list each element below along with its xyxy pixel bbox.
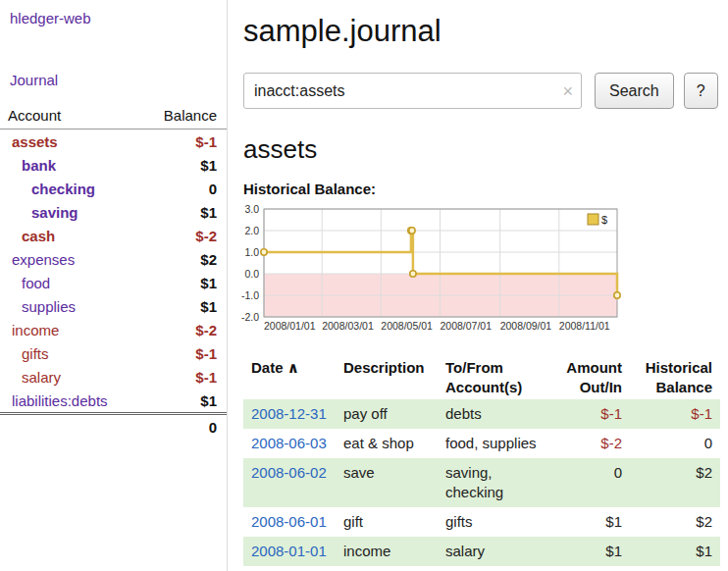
svg-text:2008/07/01: 2008/07/01 [441,320,493,332]
account-link[interactable]: bank [22,156,56,175]
accounts-header-balance: Balance [140,104,227,130]
account-link[interactable]: cash [22,227,55,245]
account-name-cell: checking [0,177,140,200]
account-link[interactable]: liabilities:debts [12,391,108,410]
register-description-cell: income [336,537,438,566]
account-link[interactable]: gifts [22,344,49,363]
account-name-cell: gifts [0,341,140,365]
register-accounts-cell: debts [438,399,547,429]
account-row: saving$1 [0,200,227,224]
register-accounts-cell: salary [438,537,547,566]
account-row: liabilities:debts$1 [0,389,227,414]
accounts-total-spacer [0,414,140,440]
register-row: 2008-06-02savesaving, checking0$2 [243,458,720,507]
balance-chart: 3.02.01.00.0-1.0-2.02008/01/012008/03/01… [236,201,720,344]
search-input[interactable] [243,73,582,109]
account-name-cell: salary [0,365,140,389]
accounts-total-balance: 0 [140,414,227,440]
accounts-table: Account Balance assets$-1bank$1checking0… [0,104,227,440]
account-balance: $2 [140,247,227,271]
transaction-date-link[interactable]: 2008-06-02 [251,464,327,481]
account-balance: $-2 [140,224,227,247]
register-row: 2008-06-01giftgifts$1$2 [243,507,720,537]
register-balance-cell: $-1 [630,399,720,429]
register-header-balance: Historical Balance [630,356,720,399]
account-name-cell: cash [0,224,140,247]
account-link[interactable]: saving [31,203,78,222]
transaction-date-link[interactable]: 2008-12-31 [251,405,327,422]
transaction-date-link[interactable]: 2008-01-01 [251,543,327,559]
search-button[interactable]: Search [595,73,674,109]
account-link[interactable]: assets [12,132,58,151]
svg-text:3.0: 3.0 [244,203,259,215]
register-header-accounts: To/From Account(s) [438,356,547,399]
account-row: supplies$1 [0,294,227,318]
hledger-web-app: hledger-web Journal Account Balance asse… [0,0,728,571]
chart-svg: 3.02.01.00.0-1.0-2.02008/01/012008/03/01… [236,201,625,340]
brand-link[interactable]: hledger-web [10,10,227,26]
account-row: cash$-2 [0,224,227,247]
svg-text:$: $ [601,214,607,226]
account-link[interactable]: income [12,321,59,339]
account-balance: 0 [140,177,227,200]
sidebar-item-journal[interactable]: Journal [10,72,227,88]
register-amount-cell: $-2 [547,429,630,458]
register-header-description: Description [336,356,438,399]
svg-text:2008/09/01: 2008/09/01 [500,320,552,332]
accounts-header-account: Account [0,104,140,130]
account-row: income$-2 [0,318,227,341]
account-balance: $1 [140,271,227,294]
account-row: checking0 [0,177,227,200]
transaction-date-link[interactable]: 2008-06-03 [251,435,327,451]
account-name-cell: income [0,318,140,341]
account-link[interactable]: expenses [12,250,75,269]
account-link[interactable]: salary [22,368,61,387]
account-balance: $1 [140,200,227,224]
register-date-cell: 2008-06-03 [243,429,336,458]
accounts-total-row: 0 [0,414,227,440]
account-balance: $1 [140,389,227,414]
register-description-cell: eat & shop [336,429,438,458]
account-balance: $1 [140,294,227,318]
account-link[interactable]: checking [31,180,95,198]
svg-text:-2.0: -2.0 [241,311,259,323]
svg-text:1.0: 1.0 [244,246,259,258]
account-balance: $-1 [140,365,227,389]
svg-text:2008/03/01: 2008/03/01 [322,320,374,332]
search-form: × Search ? [243,73,720,109]
account-link[interactable]: food [22,274,50,292]
accounts-header-row: Account Balance [0,104,227,130]
sidebar: hledger-web Journal Account Balance asse… [0,0,228,571]
account-row: expenses$2 [0,247,227,271]
register-accounts-cell: gifts [438,507,547,537]
transaction-date-link[interactable]: 2008-06-01 [251,513,327,530]
account-balance: $-2 [140,318,227,341]
help-button[interactable]: ? [684,73,718,109]
account-row: salary$-1 [0,365,227,389]
clear-search-icon[interactable]: × [562,82,573,100]
register-date-cell: 2008-01-01 [243,537,336,566]
account-heading: assets [243,134,720,165]
svg-text:2008/05/01: 2008/05/01 [381,320,433,332]
svg-text:0.0: 0.0 [244,268,259,280]
register-header-date: Date ∧ [243,356,336,399]
svg-text:2.0: 2.0 [244,225,259,236]
register-balance-cell: 0 [630,429,720,458]
register-amount-cell: 0 [547,458,630,507]
register-balance-cell: $2 [630,507,720,537]
register-description-cell: save [336,458,438,507]
register-description-cell: gift [336,507,438,537]
account-row: gifts$-1 [0,341,227,365]
register-table-body: 2008-12-31pay offdebts$-1$-12008-06-03ea… [243,399,720,566]
account-row: food$1 [0,271,227,294]
account-name-cell: supplies [0,294,140,318]
register-accounts-cell: food, supplies [438,429,547,458]
register-row: 2008-12-31pay offdebts$-1$-1 [243,399,720,429]
account-row: bank$1 [0,153,227,177]
register-amount-cell: $1 [547,537,630,566]
register-amount-cell: $1 [547,507,630,537]
account-balance: $-1 [140,341,227,365]
account-name-cell: assets [0,130,140,154]
account-link[interactable]: supplies [22,297,76,316]
sort-by-date-link[interactable]: Date ∧ [251,359,299,376]
